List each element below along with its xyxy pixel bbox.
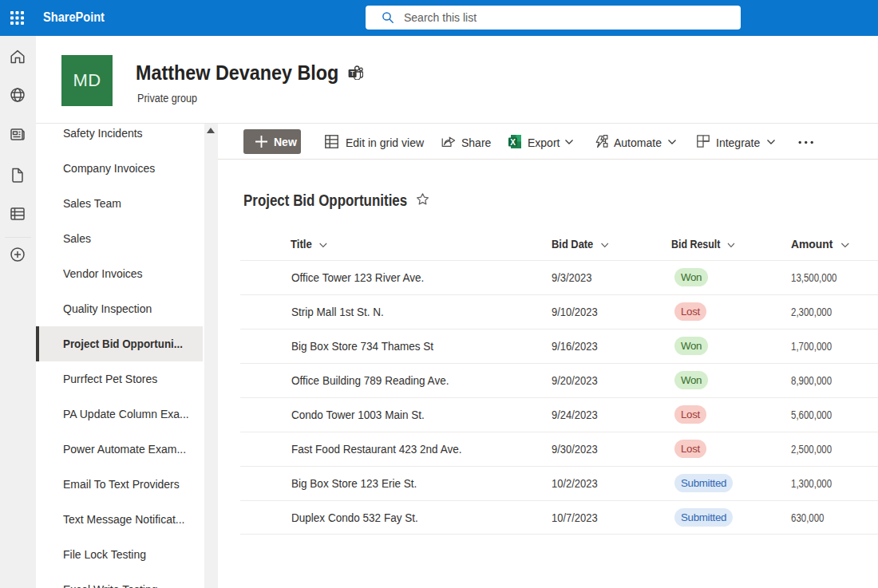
svg-text:X: X [510, 138, 516, 147]
svg-text:T: T [350, 69, 354, 77]
